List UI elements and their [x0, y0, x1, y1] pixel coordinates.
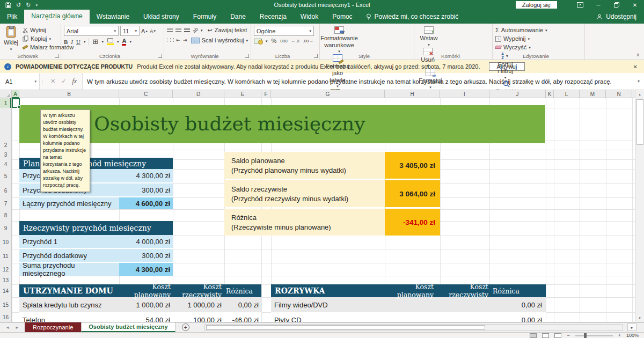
page-break-view-icon[interactable]: [554, 333, 561, 338]
summary-value[interactable]: 3 064,00 zł: [385, 180, 440, 207]
column-header[interactable]: D: [173, 90, 224, 98]
row-header[interactable]: 4: [0, 159, 11, 169]
align-left-icon[interactable]: [167, 38, 167, 43]
zoom-slider[interactable]: [575, 335, 613, 336]
row-header[interactable]: 3: [0, 150, 11, 159]
prev-sheet-icon[interactable]: ◂: [6, 325, 9, 330]
zoom-level[interactable]: 100%: [626, 333, 639, 338]
row-header[interactable]: 7: [0, 197, 11, 209]
column-header[interactable]: E: [224, 90, 261, 98]
column-header[interactable]: I: [440, 90, 489, 98]
cancel-icon[interactable]: ✕: [50, 78, 55, 85]
zoom-slider-knob[interactable]: [584, 333, 587, 338]
font-color-icon[interactable]: A: [122, 38, 126, 46]
format-as-table-button[interactable]: Formatuj jako tabelę▾: [323, 54, 353, 89]
horizontal-scroll-thumb[interactable]: [206, 325, 485, 330]
table-row[interactable]: Spłata kredytu lub czynsz 1 000,00 zł 1 …: [19, 297, 261, 312]
sheet-tab-rozpoczynanie[interactable]: Rozpoczynanie: [25, 322, 81, 332]
shrink-font-icon[interactable]: A▼: [150, 28, 156, 34]
number-format-combo[interactable]: Ogólne▾: [254, 26, 314, 36]
column-header[interactable]: F: [261, 90, 271, 98]
row-header[interactable]: 12: [0, 263, 11, 276]
row-header[interactable]: 14: [0, 284, 11, 297]
percent-icon[interactable]: %: [272, 38, 277, 44]
scroll-up-icon[interactable]: ▲: [635, 90, 644, 98]
column-header[interactable]: M: [580, 90, 606, 98]
next-sheet-icon[interactable]: ▸: [16, 325, 19, 330]
vertical-scrollbar[interactable]: ▲ ▼: [635, 90, 644, 322]
summary-row-difference[interactable]: Różnica(Rzeczywiste minus planowane) -34…: [224, 209, 440, 236]
restore-button[interactable]: [608, 0, 626, 10]
select-all-corner[interactable]: [0, 90, 12, 98]
decrease-indent-icon[interactable]: ⇤: [177, 38, 181, 43]
row-header[interactable]: 2: [0, 141, 11, 150]
align-center-icon[interactable]: [170, 38, 171, 43]
minimize-button[interactable]: ─: [589, 0, 608, 10]
increase-indent-icon[interactable]: ⇥: [183, 38, 187, 43]
autosum-button[interactable]: Σ Autosumowanie▾: [495, 26, 546, 34]
undo-icon[interactable]: ↺: [16, 2, 21, 8]
formula-input[interactable]: W tym arkuszu utwórz osobisty budżet mie…: [83, 73, 633, 90]
row-header[interactable]: 15: [0, 297, 11, 312]
column-header[interactable]: B: [19, 90, 119, 98]
formula-bar-handle[interactable]: ⋮: [40, 73, 45, 90]
wrap-text-button[interactable]: ↩Zawijaj tekst: [208, 26, 247, 34]
format-cells-button[interactable]: ▭ Formatuj▾: [417, 68, 444, 90]
title-banner-cell[interactable]: Osobisty budżet miesięczny: [19, 105, 545, 143]
tab-pomoc[interactable]: Pomoc: [325, 10, 359, 24]
table-row-total[interactable]: Łączny przychód miesięczny4 600,00 zł: [19, 197, 173, 209]
scroll-down-icon[interactable]: ▼: [635, 314, 644, 322]
borders-icon[interactable]: ⊞: [92, 38, 98, 46]
increase-decimal-icon[interactable]: ←.0: [291, 39, 299, 43]
summary-value-negative[interactable]: -341,00 zł: [385, 209, 440, 236]
redo-icon[interactable]: ↻: [26, 2, 31, 8]
comma-style-icon[interactable]: 000: [280, 39, 287, 43]
expand-formula-bar-icon[interactable]: ▾: [633, 73, 644, 90]
table-row[interactable]: Płyty CD 0,00 zł: [271, 312, 546, 322]
zoom-in-icon[interactable]: +: [618, 333, 621, 338]
row-header[interactable]: 11: [0, 249, 11, 263]
home-cost-header[interactable]: UTRZYMANIE DOMU Koszt planowany Koszt rz…: [19, 284, 261, 297]
summary-value[interactable]: 3 405,00 zł: [385, 152, 440, 179]
italic-button[interactable]: I: [71, 39, 73, 45]
number-dialog-launcher[interactable]: [314, 54, 318, 58]
grow-font-icon[interactable]: A▲: [141, 28, 148, 34]
enter-icon[interactable]: ✓: [61, 78, 66, 85]
zoom-out-icon[interactable]: −: [567, 333, 569, 338]
column-header[interactable]: K: [546, 90, 554, 98]
row-header[interactable]: 6: [0, 183, 11, 197]
column-header[interactable]: C: [119, 90, 173, 98]
conditional-formatting-button[interactable]: ≠ Formatowanie warunkowe▾: [323, 26, 356, 54]
summary-row-actual[interactable]: Saldo rzeczywiste(Przychód rzeczywisty m…: [224, 180, 440, 207]
fill-color-icon[interactable]: [107, 38, 114, 45]
sign-in-button[interactable]: Zaloguj się: [516, 1, 557, 9]
row-header[interactable]: 9: [0, 221, 11, 235]
row-header[interactable]: 1: [0, 98, 11, 108]
actual-income-header[interactable]: Rzeczywisty przychód miesięczny: [19, 221, 173, 235]
sheet-tab-active[interactable]: Osobisty budżet miesięczny: [81, 322, 175, 332]
tab-widok[interactable]: Widok: [294, 10, 325, 24]
insert-function-icon[interactable]: fx: [72, 77, 77, 85]
collapse-ribbon-icon[interactable]: ∧: [636, 52, 640, 57]
selected-cell-a1[interactable]: [12, 98, 20, 108]
orientation-icon[interactable]: ab: [192, 26, 199, 34]
fill-button[interactable]: ↓ Wypełnij▾: [495, 34, 546, 43]
scroll-right-icon[interactable]: ▸: [627, 324, 636, 331]
table-row[interactable]: Telefon 54,00 zł 100,00 zł -46,00 zł: [19, 312, 261, 322]
column-header[interactable]: H: [385, 90, 440, 98]
align-top-icon[interactable]: [167, 28, 173, 33]
font-dialog-launcher[interactable]: [158, 54, 162, 58]
clipboard-dialog-launcher[interactable]: [55, 54, 59, 58]
name-box-caret-icon[interactable]: ▾: [34, 79, 39, 83]
row-header[interactable]: 16: [0, 312, 11, 322]
row-header[interactable]: 5: [0, 169, 11, 183]
row-header[interactable]: 8: [0, 209, 11, 221]
summary-row-planned[interactable]: Saldo planowane(Przychód planowany minus…: [224, 152, 440, 179]
new-sheet-button[interactable]: +: [182, 324, 189, 331]
ribbon-display-options-icon[interactable]: [571, 0, 589, 10]
clear-button[interactable]: Wyczyść▾: [495, 43, 546, 52]
page-layout-view-icon[interactable]: [542, 333, 549, 338]
column-header[interactable]: N: [606, 90, 632, 98]
horizontal-scrollbar[interactable]: [204, 324, 623, 331]
align-bottom-icon[interactable]: [184, 28, 190, 33]
